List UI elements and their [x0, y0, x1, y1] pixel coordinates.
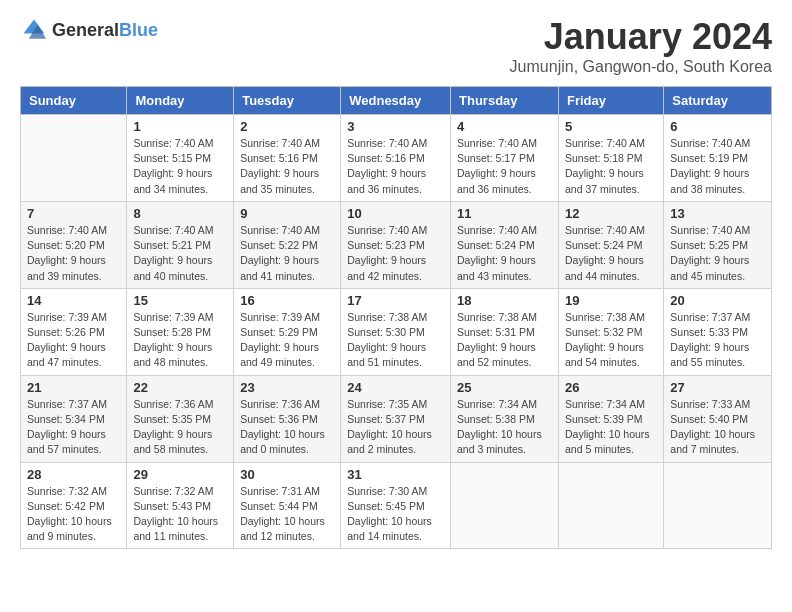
- calendar-cell: 30Sunrise: 7:31 AMSunset: 5:44 PMDayligh…: [234, 462, 341, 549]
- day-number: 24: [347, 380, 444, 395]
- day-number: 28: [27, 467, 120, 482]
- day-info: Sunrise: 7:30 AMSunset: 5:45 PMDaylight:…: [347, 484, 444, 545]
- day-number: 17: [347, 293, 444, 308]
- day-number: 29: [133, 467, 227, 482]
- calendar-cell: 4Sunrise: 7:40 AMSunset: 5:17 PMDaylight…: [451, 115, 559, 202]
- day-number: 8: [133, 206, 227, 221]
- day-info: Sunrise: 7:38 AMSunset: 5:32 PMDaylight:…: [565, 310, 657, 371]
- calendar-cell: 9Sunrise: 7:40 AMSunset: 5:22 PMDaylight…: [234, 201, 341, 288]
- calendar-cell: 31Sunrise: 7:30 AMSunset: 5:45 PMDayligh…: [341, 462, 451, 549]
- day-info: Sunrise: 7:40 AMSunset: 5:24 PMDaylight:…: [565, 223, 657, 284]
- day-number: 27: [670, 380, 765, 395]
- calendar-cell: 25Sunrise: 7:34 AMSunset: 5:38 PMDayligh…: [451, 375, 559, 462]
- day-info: Sunrise: 7:40 AMSunset: 5:20 PMDaylight:…: [27, 223, 120, 284]
- logo-blue: Blue: [119, 20, 158, 40]
- day-number: 18: [457, 293, 552, 308]
- calendar-cell: [664, 462, 772, 549]
- weekday-header-saturday: Saturday: [664, 87, 772, 115]
- weekday-header-sunday: Sunday: [21, 87, 127, 115]
- calendar-cell: 17Sunrise: 7:38 AMSunset: 5:30 PMDayligh…: [341, 288, 451, 375]
- day-info: Sunrise: 7:40 AMSunset: 5:18 PMDaylight:…: [565, 136, 657, 197]
- day-info: Sunrise: 7:39 AMSunset: 5:28 PMDaylight:…: [133, 310, 227, 371]
- calendar-cell: 15Sunrise: 7:39 AMSunset: 5:28 PMDayligh…: [127, 288, 234, 375]
- calendar-table: SundayMondayTuesdayWednesdayThursdayFrid…: [20, 86, 772, 549]
- day-info: Sunrise: 7:39 AMSunset: 5:29 PMDaylight:…: [240, 310, 334, 371]
- calendar-week-row: 1Sunrise: 7:40 AMSunset: 5:15 PMDaylight…: [21, 115, 772, 202]
- day-info: Sunrise: 7:38 AMSunset: 5:31 PMDaylight:…: [457, 310, 552, 371]
- calendar-cell: 8Sunrise: 7:40 AMSunset: 5:21 PMDaylight…: [127, 201, 234, 288]
- month-title: January 2024: [510, 16, 772, 58]
- calendar-cell: 12Sunrise: 7:40 AMSunset: 5:24 PMDayligh…: [558, 201, 663, 288]
- day-number: 20: [670, 293, 765, 308]
- weekday-header-thursday: Thursday: [451, 87, 559, 115]
- logo-text: GeneralBlue: [52, 20, 158, 41]
- day-number: 19: [565, 293, 657, 308]
- day-number: 26: [565, 380, 657, 395]
- weekday-header-tuesday: Tuesday: [234, 87, 341, 115]
- day-info: Sunrise: 7:37 AMSunset: 5:33 PMDaylight:…: [670, 310, 765, 371]
- calendar-cell: 26Sunrise: 7:34 AMSunset: 5:39 PMDayligh…: [558, 375, 663, 462]
- weekday-header-friday: Friday: [558, 87, 663, 115]
- weekday-header-monday: Monday: [127, 87, 234, 115]
- calendar-cell: 23Sunrise: 7:36 AMSunset: 5:36 PMDayligh…: [234, 375, 341, 462]
- day-info: Sunrise: 7:40 AMSunset: 5:25 PMDaylight:…: [670, 223, 765, 284]
- calendar-cell: 5Sunrise: 7:40 AMSunset: 5:18 PMDaylight…: [558, 115, 663, 202]
- calendar-week-row: 21Sunrise: 7:37 AMSunset: 5:34 PMDayligh…: [21, 375, 772, 462]
- calendar-cell: 27Sunrise: 7:33 AMSunset: 5:40 PMDayligh…: [664, 375, 772, 462]
- day-number: 4: [457, 119, 552, 134]
- day-info: Sunrise: 7:32 AMSunset: 5:42 PMDaylight:…: [27, 484, 120, 545]
- day-number: 7: [27, 206, 120, 221]
- calendar-cell: 28Sunrise: 7:32 AMSunset: 5:42 PMDayligh…: [21, 462, 127, 549]
- day-number: 30: [240, 467, 334, 482]
- day-number: 15: [133, 293, 227, 308]
- day-info: Sunrise: 7:40 AMSunset: 5:23 PMDaylight:…: [347, 223, 444, 284]
- day-number: 13: [670, 206, 765, 221]
- calendar-cell: 10Sunrise: 7:40 AMSunset: 5:23 PMDayligh…: [341, 201, 451, 288]
- calendar-cell: 1Sunrise: 7:40 AMSunset: 5:15 PMDaylight…: [127, 115, 234, 202]
- logo-general: General: [52, 20, 119, 40]
- day-info: Sunrise: 7:33 AMSunset: 5:40 PMDaylight:…: [670, 397, 765, 458]
- day-number: 12: [565, 206, 657, 221]
- calendar-cell: 2Sunrise: 7:40 AMSunset: 5:16 PMDaylight…: [234, 115, 341, 202]
- day-number: 3: [347, 119, 444, 134]
- day-info: Sunrise: 7:39 AMSunset: 5:26 PMDaylight:…: [27, 310, 120, 371]
- calendar-cell: 14Sunrise: 7:39 AMSunset: 5:26 PMDayligh…: [21, 288, 127, 375]
- day-info: Sunrise: 7:34 AMSunset: 5:39 PMDaylight:…: [565, 397, 657, 458]
- day-info: Sunrise: 7:40 AMSunset: 5:21 PMDaylight:…: [133, 223, 227, 284]
- day-info: Sunrise: 7:36 AMSunset: 5:35 PMDaylight:…: [133, 397, 227, 458]
- calendar-week-row: 28Sunrise: 7:32 AMSunset: 5:42 PMDayligh…: [21, 462, 772, 549]
- day-info: Sunrise: 7:36 AMSunset: 5:36 PMDaylight:…: [240, 397, 334, 458]
- calendar-cell: 13Sunrise: 7:40 AMSunset: 5:25 PMDayligh…: [664, 201, 772, 288]
- calendar-cell: 6Sunrise: 7:40 AMSunset: 5:19 PMDaylight…: [664, 115, 772, 202]
- day-info: Sunrise: 7:40 AMSunset: 5:22 PMDaylight:…: [240, 223, 334, 284]
- calendar-cell: 18Sunrise: 7:38 AMSunset: 5:31 PMDayligh…: [451, 288, 559, 375]
- calendar-cell: 29Sunrise: 7:32 AMSunset: 5:43 PMDayligh…: [127, 462, 234, 549]
- day-info: Sunrise: 7:37 AMSunset: 5:34 PMDaylight:…: [27, 397, 120, 458]
- day-number: 10: [347, 206, 444, 221]
- weekday-header-wednesday: Wednesday: [341, 87, 451, 115]
- day-info: Sunrise: 7:38 AMSunset: 5:30 PMDaylight:…: [347, 310, 444, 371]
- calendar-cell: 24Sunrise: 7:35 AMSunset: 5:37 PMDayligh…: [341, 375, 451, 462]
- day-number: 22: [133, 380, 227, 395]
- calendar-cell: 19Sunrise: 7:38 AMSunset: 5:32 PMDayligh…: [558, 288, 663, 375]
- calendar-cell: [21, 115, 127, 202]
- calendar-cell: 7Sunrise: 7:40 AMSunset: 5:20 PMDaylight…: [21, 201, 127, 288]
- logo-icon: [20, 16, 48, 44]
- day-number: 21: [27, 380, 120, 395]
- day-number: 31: [347, 467, 444, 482]
- logo: GeneralBlue: [20, 16, 158, 44]
- day-info: Sunrise: 7:40 AMSunset: 5:15 PMDaylight:…: [133, 136, 227, 197]
- day-number: 23: [240, 380, 334, 395]
- location-title: Jumunjin, Gangwon-do, South Korea: [510, 58, 772, 76]
- day-info: Sunrise: 7:40 AMSunset: 5:16 PMDaylight:…: [347, 136, 444, 197]
- day-info: Sunrise: 7:34 AMSunset: 5:38 PMDaylight:…: [457, 397, 552, 458]
- title-block: January 2024 Jumunjin, Gangwon-do, South…: [510, 16, 772, 76]
- calendar-cell: [451, 462, 559, 549]
- day-number: 14: [27, 293, 120, 308]
- day-number: 1: [133, 119, 227, 134]
- calendar-header-row: SundayMondayTuesdayWednesdayThursdayFrid…: [21, 87, 772, 115]
- calendar-cell: 20Sunrise: 7:37 AMSunset: 5:33 PMDayligh…: [664, 288, 772, 375]
- day-number: 6: [670, 119, 765, 134]
- day-number: 5: [565, 119, 657, 134]
- day-number: 11: [457, 206, 552, 221]
